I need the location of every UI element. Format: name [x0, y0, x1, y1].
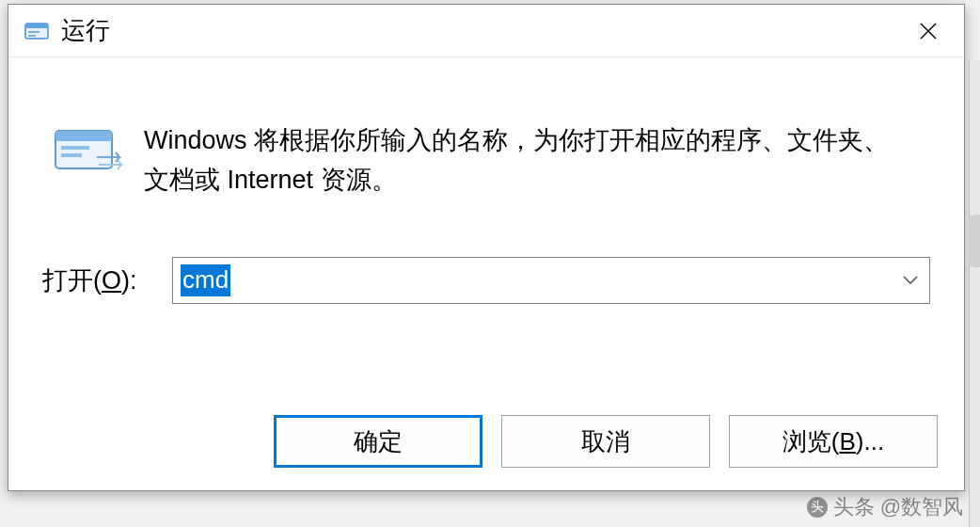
watermark-icon: 头	[807, 497, 828, 518]
dialog-title: 运行	[61, 14, 900, 47]
open-combobox[interactable]: cmd	[172, 257, 930, 304]
cancel-button[interactable]: 取消	[501, 415, 710, 468]
run-title-icon	[24, 18, 50, 44]
chevron-down-icon[interactable]	[892, 258, 929, 303]
close-button[interactable]	[900, 12, 956, 50]
description-text: Windows 将根据你所输入的名称，为你打开相应的程序、文件夹、文档或 Int…	[144, 121, 930, 200]
right-notch-decoration	[969, 215, 980, 267]
description-row: Windows 将根据你所输入的名称，为你打开相应的程序、文件夹、文档或 Int…	[42, 121, 930, 200]
svg-rect-2	[28, 31, 40, 33]
svg-rect-9	[61, 153, 82, 157]
svg-rect-1	[25, 24, 48, 28]
button-row: 确定 取消 浏览(B)...	[274, 415, 938, 468]
open-label: 打开(O):	[42, 264, 172, 297]
watermark: 头 头条 @数智风	[807, 493, 963, 521]
run-dialog: 运行 Windows 将根据你所输入的名称，为你打开相应的程序、文件夹、文档或 …	[8, 4, 965, 491]
svg-rect-8	[61, 146, 89, 150]
close-icon	[918, 21, 939, 41]
run-large-icon	[42, 121, 144, 176]
svg-rect-7	[55, 131, 112, 141]
right-edge-decoration	[969, 60, 980, 527]
browse-button[interactable]: 浏览(B)...	[729, 415, 938, 468]
watermark-text: 头条 @数智风	[833, 493, 963, 521]
dialog-content: Windows 将根据你所输入的名称，为你打开相应的程序、文件夹、文档或 Int…	[8, 57, 964, 342]
titlebar: 运行	[8, 5, 964, 57]
open-input-value[interactable]: cmd	[181, 264, 230, 296]
svg-rect-3	[28, 35, 36, 37]
ok-button[interactable]: 确定	[274, 415, 482, 468]
open-input-row: 打开(O): cmd	[42, 257, 930, 304]
